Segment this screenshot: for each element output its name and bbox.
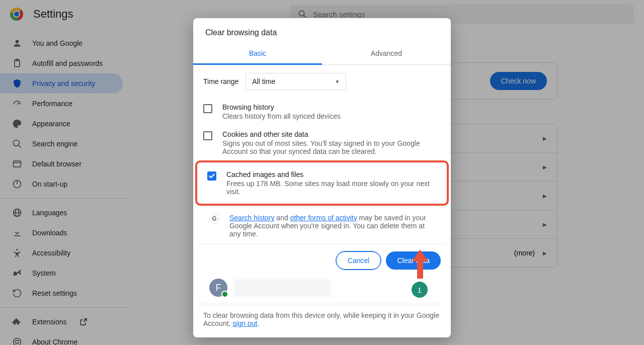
chevron-down-icon: ▼ <box>335 79 340 84</box>
google-icon: G <box>209 214 219 224</box>
google-account-info: G Search history and other forms of acti… <box>199 209 445 244</box>
avatar: F <box>209 279 227 297</box>
annotation-arrow-icon <box>410 249 430 283</box>
cancel-button[interactable]: Cancel <box>336 251 381 270</box>
option-cached[interactable]: Cached images and files Frees up 178 MB.… <box>197 165 447 201</box>
other-activity-link[interactable]: other forms of activity <box>290 214 357 222</box>
sync-badge-icon <box>221 291 228 298</box>
option-browsing-history[interactable]: Browsing history Clears history from all… <box>193 98 451 125</box>
annotation-highlight: Cached images and files Frees up 178 MB.… <box>195 160 449 206</box>
checkbox-browsing-history[interactable] <box>203 104 212 113</box>
time-range-label: Time range <box>203 77 238 85</box>
tab-advanced[interactable]: Advanced <box>322 44 451 64</box>
time-range-select[interactable]: All time ▼ <box>246 73 346 90</box>
dialog-title: Clear browsing data <box>193 18 451 44</box>
annotation-step-badge: 1 <box>412 282 428 298</box>
option-cookies[interactable]: Cookies and other site data Signs you ou… <box>193 125 451 160</box>
user-info-redacted <box>234 279 330 297</box>
svg-marker-24 <box>412 249 428 279</box>
sign-out-link[interactable]: sign out <box>232 319 257 327</box>
checkbox-cookies[interactable] <box>203 131 212 140</box>
search-history-link[interactable]: Search history <box>229 214 274 222</box>
user-account-row: F <box>199 277 445 304</box>
checkbox-cached[interactable] <box>207 171 216 181</box>
tab-basic[interactable]: Basic <box>193 44 322 65</box>
dialog-footer-text: To clear browsing data from this device … <box>193 304 451 327</box>
dialog-tabs: Basic Advanced <box>193 44 451 65</box>
